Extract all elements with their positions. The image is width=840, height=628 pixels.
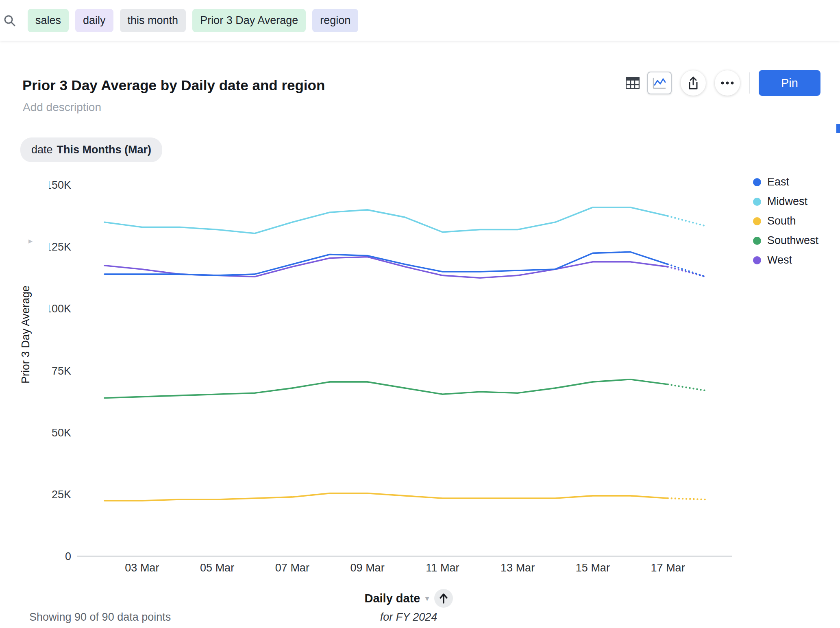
- line-chart[interactable]: 025K50K75K100K125K150K03 Mar05 Mar07 Mar…: [49, 175, 740, 588]
- legend-item[interactable]: East: [753, 176, 818, 188]
- page: salesdailythis monthPrior 3 Day Averager…: [0, 0, 840, 628]
- chart-view-button[interactable]: [647, 72, 672, 94]
- y-tick-label: 0: [65, 550, 71, 563]
- search-token[interactable]: sales: [28, 9, 69, 32]
- y-tick-label: 125K: [49, 241, 71, 253]
- y-tick-label: 25K: [52, 488, 71, 501]
- y-axis-title: Prior 3 Day Average: [20, 249, 32, 420]
- series-line-southwest: [104, 379, 668, 398]
- page-title: Prior 3 Day Average by Daily date and re…: [22, 77, 325, 94]
- toolbar-divider: [749, 72, 750, 94]
- pin-button[interactable]: Pin: [759, 70, 820, 96]
- series-line-forecast-southwest: [668, 384, 705, 390]
- legend-item[interactable]: Southwest: [753, 234, 818, 247]
- search-token[interactable]: daily: [75, 9, 113, 32]
- legend-item[interactable]: Midwest: [753, 195, 818, 208]
- legend-label: West: [767, 254, 792, 266]
- line-chart-icon: [653, 77, 666, 89]
- search-token[interactable]: this month: [120, 9, 186, 32]
- y-tick-label: 100K: [49, 303, 71, 315]
- x-tick-label: 03 Mar: [125, 562, 159, 574]
- x-tick-label: 11 Mar: [426, 562, 459, 574]
- search-token[interactable]: Prior 3 Day Average: [192, 9, 306, 32]
- legend-swatch: [753, 256, 761, 264]
- scroll-indicator[interactable]: [836, 124, 840, 133]
- legend-label: Midwest: [767, 195, 807, 208]
- series-line-forecast-east: [668, 264, 705, 277]
- filter-chip-value: This Months (Mar): [57, 144, 151, 156]
- x-axis-sublabel: for FY 2024: [380, 611, 437, 624]
- date-filter-chip[interactable]: date This Months (Mar): [20, 137, 162, 162]
- search-bar[interactable]: salesdailythis monthPrior 3 Day Averager…: [0, 0, 840, 41]
- y-tick-label: 75K: [52, 365, 71, 377]
- filter-chip-prefix: date: [31, 144, 53, 156]
- x-tick-label: 15 Mar: [576, 562, 610, 574]
- chevron-down-icon[interactable]: ▾: [425, 593, 429, 603]
- ellipsis-icon: [720, 81, 734, 85]
- series-line-midwest: [104, 207, 668, 233]
- legend-swatch: [753, 237, 761, 245]
- share-button[interactable]: [681, 70, 706, 96]
- search-token-row: salesdailythis monthPrior 3 Day Averager…: [28, 9, 358, 32]
- legend-item[interactable]: West: [753, 254, 818, 266]
- status-text: Showing 90 of 90 data points: [29, 611, 171, 624]
- x-tick-label: 07 Mar: [275, 562, 309, 574]
- legend-label: Southwest: [767, 234, 818, 247]
- sort-ascending-button[interactable]: [434, 589, 453, 608]
- x-axis-control: Daily date ▾ for FY 2024: [205, 589, 612, 624]
- y-tick-label: 50K: [52, 427, 71, 439]
- legend-label: East: [767, 176, 789, 188]
- search-icon: [3, 14, 15, 26]
- legend-item[interactable]: South: [753, 215, 818, 227]
- series-line-forecast-south: [668, 498, 705, 499]
- x-tick-label: 05 Mar: [200, 562, 234, 574]
- axis-expand-icon[interactable]: ▸: [28, 236, 33, 246]
- more-options-button[interactable]: [715, 70, 740, 96]
- add-description-placeholder[interactable]: Add description: [23, 101, 101, 114]
- legend-label: South: [767, 215, 796, 227]
- series-line-south: [104, 493, 668, 501]
- y-tick-label: 150K: [49, 179, 71, 191]
- legend-swatch: [753, 178, 761, 186]
- share-icon: [687, 76, 699, 90]
- toolbar: Pin: [620, 70, 820, 96]
- table-icon: [626, 77, 640, 89]
- x-axis-label[interactable]: Daily date: [364, 592, 420, 605]
- legend-swatch: [753, 217, 761, 225]
- view-toggle: [620, 72, 672, 94]
- legend-swatch: [753, 198, 761, 206]
- x-tick-label: 09 Mar: [350, 562, 385, 574]
- series-line-forecast-midwest: [668, 216, 705, 226]
- x-tick-label: 13 Mar: [501, 562, 535, 574]
- search-token[interactable]: region: [312, 9, 358, 32]
- table-view-button[interactable]: [620, 72, 645, 94]
- arrow-up-icon: [439, 593, 448, 604]
- x-tick-label: 17 Mar: [651, 562, 685, 574]
- chart-legend: EastMidwestSouthSouthwestWest: [753, 176, 818, 273]
